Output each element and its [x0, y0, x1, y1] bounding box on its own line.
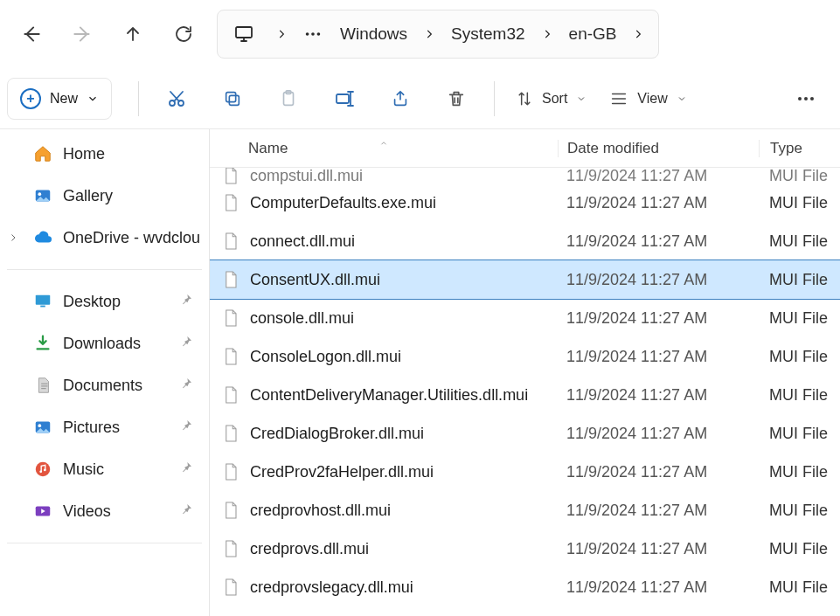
- pin-icon[interactable]: [179, 335, 202, 353]
- pin-icon[interactable]: [179, 460, 202, 479]
- sidebar-item-label: Videos: [63, 502, 111, 521]
- file-type-cell: MUI File: [759, 168, 840, 185]
- chevron-right-icon[interactable]: [628, 24, 648, 44]
- new-button[interactable]: + New: [7, 78, 112, 120]
- sort-button-label: Sort: [542, 91, 567, 107]
- file-name: CredProv2faHelper.dll.mui: [250, 463, 434, 481]
- column-header-type[interactable]: Type: [759, 140, 840, 157]
- file-row[interactable]: CredProv2faHelper.dll.mui11/9/2024 11:27…: [210, 453, 840, 491]
- file-type-cell: MUI File: [759, 194, 840, 212]
- breadcrumb-segment-windows[interactable]: Windows: [331, 21, 416, 47]
- sidebar-item-pictures[interactable]: Pictures: [0, 406, 209, 448]
- file-name-cell: credprovhost.dll.mui: [210, 500, 558, 521]
- file-date-cell: 11/9/2024 11:27 AM: [558, 578, 759, 597]
- file-type-cell: MUI File: [759, 386, 840, 405]
- chevron-right-icon[interactable]: [272, 24, 291, 44]
- navigation-sidebar: Home Gallery OneDrive - wvdclou Desktop …: [0, 129, 210, 616]
- pc-icon[interactable]: [225, 20, 263, 48]
- toolbar-separator: [138, 81, 139, 116]
- svg-rect-17: [40, 306, 45, 308]
- breadcrumb-segment-system32[interactable]: System32: [442, 21, 533, 47]
- view-button[interactable]: View: [599, 78, 697, 120]
- cut-button[interactable]: [149, 78, 204, 120]
- file-name: CredDialogBroker.dll.mui: [250, 425, 424, 443]
- chevron-down-icon: [576, 93, 587, 104]
- svg-rect-16: [36, 295, 51, 305]
- file-icon: [222, 346, 240, 367]
- breadcrumb-more[interactable]: [295, 21, 331, 47]
- up-button[interactable]: [108, 10, 157, 59]
- column-header-label: Name: [248, 140, 288, 157]
- chevron-right-icon[interactable]: [538, 24, 557, 44]
- sidebar-item-label: Home: [63, 145, 105, 163]
- pin-icon[interactable]: [179, 419, 202, 437]
- forward-button[interactable]: [58, 10, 107, 59]
- file-name-cell: CredProv2faHelper.dll.mui: [210, 461, 558, 482]
- breadcrumb[interactable]: Windows System32 en-GB: [217, 10, 659, 59]
- sidebar-item-home[interactable]: Home: [0, 133, 209, 175]
- command-toolbar: + New Sort View: [0, 68, 840, 129]
- file-row[interactable]: console.dll.mui11/9/2024 11:27 AMMUI Fil…: [210, 299, 840, 337]
- rename-button[interactable]: [317, 78, 371, 120]
- file-icon: [222, 577, 240, 598]
- file-type-cell: MUI File: [759, 540, 840, 558]
- file-name: compstui.dll.mui: [250, 168, 363, 185]
- file-name: connect.dll.mui: [250, 232, 355, 251]
- file-type-cell: MUI File: [759, 425, 840, 443]
- file-type-cell: MUI File: [759, 463, 840, 481]
- pin-icon[interactable]: [179, 293, 202, 311]
- sidebar-item-desktop[interactable]: Desktop: [0, 280, 209, 322]
- copy-button[interactable]: [205, 78, 260, 120]
- file-row[interactable]: connect.dll.mui11/9/2024 11:27 AMMUI Fil…: [210, 222, 840, 260]
- file-row[interactable]: ContentDeliveryManager.Utilities.dll.mui…: [210, 376, 840, 414]
- back-button[interactable]: [7, 10, 56, 59]
- column-header-name[interactable]: Name: [210, 140, 558, 157]
- file-row[interactable]: credprovs.dll.mui11/9/2024 11:27 AMMUI F…: [210, 529, 840, 568]
- file-name-cell: compstui.dll.mui: [210, 168, 558, 186]
- file-icon: [222, 269, 240, 290]
- chevron-right-icon[interactable]: [5, 230, 21, 246]
- new-button-label: New: [50, 91, 78, 107]
- sidebar-item-documents[interactable]: Documents: [0, 364, 209, 406]
- file-row[interactable]: credprovhost.dll.mui11/9/2024 11:27 AMMU…: [210, 491, 840, 529]
- delete-button[interactable]: [429, 78, 483, 120]
- file-name-cell: credprovs.dll.mui: [210, 538, 558, 559]
- pin-icon[interactable]: [179, 502, 202, 521]
- sidebar-item-label: Desktop: [63, 293, 121, 311]
- svg-rect-6: [229, 95, 239, 105]
- sidebar-item-downloads[interactable]: Downloads: [0, 322, 209, 364]
- more-button[interactable]: [779, 78, 833, 120]
- file-row[interactable]: compstui.dll.mui11/9/2024 11:27 AMMUI Fi…: [210, 168, 840, 183]
- sidebar-item-music[interactable]: Music: [0, 448, 209, 490]
- file-name: ContentDeliveryManager.Utilities.dll.mui: [250, 386, 528, 405]
- paste-button[interactable]: [261, 78, 316, 120]
- file-name-cell: CredDialogBroker.dll.mui: [210, 423, 558, 444]
- file-icon: [222, 538, 240, 559]
- pictures-icon: [33, 418, 52, 437]
- file-list[interactable]: compstui.dll.mui11/9/2024 11:27 AMMUI Fi…: [210, 168, 840, 616]
- breadcrumb-segment-engb[interactable]: en-GB: [560, 21, 626, 47]
- column-header-date[interactable]: Date modified: [558, 140, 759, 157]
- sidebar-item-gallery[interactable]: Gallery: [0, 175, 209, 217]
- pin-icon[interactable]: [179, 377, 202, 395]
- chevron-down-icon: [677, 93, 687, 104]
- file-row[interactable]: ComputerDefaults.exe.mui11/9/2024 11:27 …: [210, 183, 840, 222]
- file-row[interactable]: ConsentUX.dll.mui11/9/2024 11:27 AMMUI F…: [210, 260, 840, 299]
- file-row[interactable]: CredDialogBroker.dll.mui11/9/2024 11:27 …: [210, 414, 840, 453]
- sidebar-item-onedrive[interactable]: OneDrive - wvdclou: [0, 217, 209, 259]
- file-row[interactable]: ConsoleLogon.dll.mui11/9/2024 11:27 AMMU…: [210, 337, 840, 376]
- file-date-cell: 11/9/2024 11:27 AM: [558, 232, 759, 251]
- sidebar-item-videos[interactable]: Videos: [0, 490, 209, 532]
- file-icon: [222, 384, 240, 405]
- file-date-cell: 11/9/2024 11:27 AM: [558, 425, 759, 443]
- share-button[interactable]: [373, 78, 427, 120]
- address-navbar: Windows System32 en-GB: [0, 0, 840, 68]
- file-icon: [222, 231, 240, 252]
- file-name-cell: ConsoleLogon.dll.mui: [210, 346, 558, 367]
- sort-button[interactable]: Sort: [505, 78, 597, 120]
- sidebar-item-label: OneDrive - wvdclou: [63, 229, 200, 247]
- chevron-right-icon[interactable]: [420, 24, 439, 44]
- file-date-cell: 11/9/2024 11:27 AM: [558, 348, 759, 366]
- file-row[interactable]: credprovslegacy.dll.mui11/9/2024 11:27 A…: [210, 568, 840, 606]
- refresh-button[interactable]: [159, 10, 208, 59]
